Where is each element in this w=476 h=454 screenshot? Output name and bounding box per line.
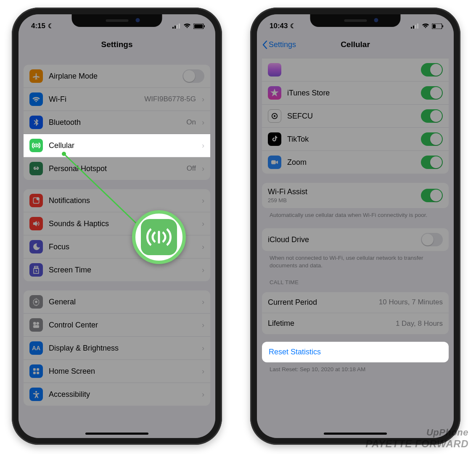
row-itunes-store[interactable]: ★ iTunes Store bbox=[262, 82, 449, 105]
row-label: Lifetime bbox=[268, 319, 294, 328]
toggle[interactable] bbox=[421, 109, 443, 123]
accessibility-icon bbox=[29, 388, 43, 401]
svg-rect-1 bbox=[175, 26, 176, 29]
tiktok-icon bbox=[268, 132, 281, 146]
chevron-right-icon: › bbox=[202, 196, 204, 205]
chevron-right-icon: › bbox=[202, 266, 204, 275]
chevron-right-icon: › bbox=[202, 367, 204, 376]
icloud-drive-group: iCloud Drive bbox=[262, 228, 449, 251]
chevron-right-icon: › bbox=[202, 164, 204, 173]
svg-rect-15 bbox=[33, 372, 35, 374]
status-time: 4:15 bbox=[31, 22, 45, 30]
battery-icon bbox=[193, 24, 205, 29]
toggle[interactable] bbox=[421, 156, 443, 169]
status-icons bbox=[172, 24, 205, 29]
svg-rect-22 bbox=[415, 25, 416, 29]
watermark-line1: UpPhone bbox=[365, 427, 468, 438]
row-accessibility[interactable]: Accessibility › bbox=[24, 383, 210, 406]
row-label: SEFCU bbox=[287, 112, 313, 121]
row-label: General bbox=[49, 298, 76, 306]
chevron-right-icon: › bbox=[202, 118, 204, 127]
wifi-icon bbox=[29, 92, 43, 106]
toggle[interactable] bbox=[421, 63, 443, 77]
row-cellular[interactable]: Cellular › bbox=[24, 134, 210, 157]
row-home-screen[interactable]: Home Screen › bbox=[24, 360, 210, 383]
row-label: Focus bbox=[49, 243, 69, 251]
itunes-icon: ★ bbox=[268, 86, 281, 100]
do-not-disturb-icon: ☾ bbox=[290, 22, 296, 30]
row-label: Screen Time bbox=[49, 266, 91, 275]
callout-cellular-icon bbox=[132, 210, 186, 264]
page-title: Cellular bbox=[341, 40, 370, 49]
row-screen-time[interactable]: Screen Time › bbox=[24, 259, 210, 281]
cellular-icon bbox=[29, 139, 43, 152]
row-value: WIFI9B6778-5G bbox=[144, 95, 196, 103]
toggle[interactable] bbox=[421, 132, 443, 146]
hotspot-icon bbox=[29, 162, 43, 175]
sounds-icon bbox=[29, 217, 43, 230]
call-time-header: CALL TIME bbox=[262, 270, 449, 288]
row-label: Display & Brightness bbox=[49, 344, 119, 353]
display-icon: AA bbox=[29, 341, 43, 355]
row-general[interactable]: General › bbox=[24, 290, 210, 314]
do-not-disturb-icon: ☾ bbox=[48, 22, 53, 30]
page-title: Settings bbox=[101, 40, 133, 49]
row-label: Current Period bbox=[268, 298, 317, 307]
row-airplane-mode[interactable]: Airplane Mode bbox=[24, 65, 210, 88]
airplane-toggle[interactable] bbox=[182, 69, 204, 83]
row-label: Bluetooth bbox=[49, 118, 81, 127]
row-value: 1 Day, 8 Hours bbox=[396, 319, 443, 328]
watermark-line2: PAYETTE FORWARD bbox=[365, 438, 468, 450]
back-label: Settings bbox=[269, 40, 296, 49]
row-label: Airplane Mode bbox=[49, 72, 98, 81]
bluetooth-icon bbox=[29, 116, 43, 129]
battery-icon bbox=[432, 24, 444, 29]
row-control-center[interactable]: Control Center › bbox=[24, 314, 210, 337]
row-notifications[interactable]: Notifications › bbox=[24, 189, 210, 212]
reset-statistics-button[interactable]: Reset Statistics bbox=[262, 342, 449, 362]
row-subtitle: 259 MB bbox=[268, 197, 307, 203]
row-wifi[interactable]: Wi-Fi WIFI9B6778-5G › bbox=[24, 88, 210, 111]
svg-point-9 bbox=[35, 301, 37, 303]
row-display[interactable]: AA Display & Brightness › bbox=[24, 337, 210, 360]
toggle[interactable] bbox=[421, 233, 443, 246]
nav-bar: Settings Cellular bbox=[257, 34, 454, 55]
row-app[interactable] bbox=[262, 58, 449, 82]
airplane-icon bbox=[29, 69, 43, 83]
back-button[interactable]: Settings bbox=[262, 40, 296, 49]
row-personal-hotspot[interactable]: Personal Hotspot Off › bbox=[24, 157, 210, 180]
svg-point-17 bbox=[35, 391, 37, 393]
row-label: iTunes Store bbox=[287, 89, 330, 98]
svg-rect-30 bbox=[272, 161, 276, 164]
sefcu-icon bbox=[268, 109, 281, 123]
toggle[interactable] bbox=[421, 189, 443, 202]
notifications-icon bbox=[29, 194, 43, 207]
row-value: On bbox=[186, 118, 196, 127]
zoom-icon bbox=[268, 156, 281, 169]
svg-rect-16 bbox=[37, 372, 39, 374]
toggle[interactable] bbox=[421, 86, 443, 100]
row-tiktok[interactable]: TikTok bbox=[262, 128, 449, 151]
row-icloud-drive[interactable]: iCloud Drive bbox=[262, 228, 449, 251]
row-zoom[interactable]: Zoom bbox=[262, 151, 449, 174]
home-screen-icon bbox=[29, 364, 43, 378]
chevron-right-icon: › bbox=[202, 344, 204, 353]
status-time: 10:43 bbox=[270, 22, 288, 30]
row-label: Personal Hotspot bbox=[49, 164, 107, 173]
cellular-signal-icon bbox=[172, 24, 181, 29]
row-label: Control Center bbox=[49, 321, 98, 330]
notch bbox=[310, 14, 401, 27]
watermark: UpPhone PAYETTE FORWARD bbox=[365, 427, 468, 450]
svg-rect-13 bbox=[33, 368, 35, 370]
chevron-right-icon: › bbox=[202, 95, 204, 104]
svg-point-8 bbox=[37, 198, 40, 201]
row-wifi-assist[interactable]: Wi-Fi Assist 259 MB bbox=[262, 183, 449, 208]
row-current-period: Current Period 10 Hours, 7 Minutes bbox=[262, 292, 449, 313]
row-sefcu[interactable]: SEFCU bbox=[262, 105, 449, 128]
svg-rect-11 bbox=[37, 322, 39, 325]
row-value: Off bbox=[187, 164, 196, 173]
svg-rect-5 bbox=[194, 24, 203, 28]
chevron-right-icon: › bbox=[202, 243, 204, 251]
row-bluetooth[interactable]: Bluetooth On › bbox=[24, 111, 210, 134]
icloud-drive-note: When not connected to Wi-Fi, use cellula… bbox=[262, 251, 449, 269]
